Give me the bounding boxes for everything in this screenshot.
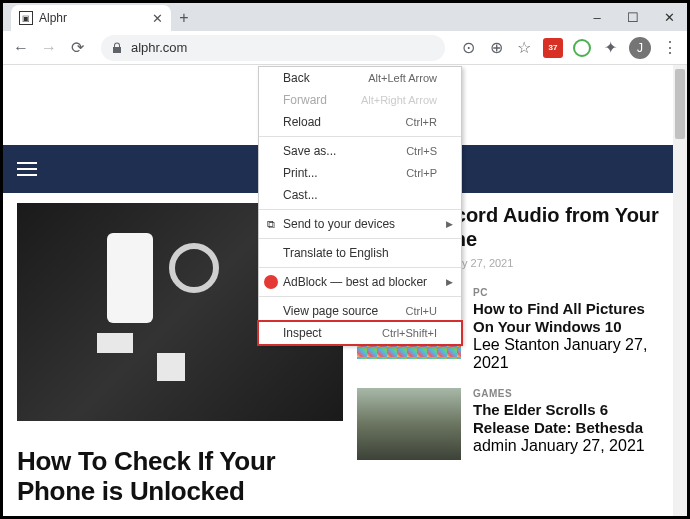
context-menu-item-label: AdBlock — best ad blocker — [283, 275, 427, 289]
context-menu-item[interactable]: InspectCtrl+Shift+I — [259, 322, 461, 344]
context-menu-item-label: Reload — [283, 115, 321, 129]
article-author: Lee Stanton — [473, 336, 559, 353]
browser-tab[interactable]: ▣ Alphr ✕ — [11, 5, 171, 31]
context-menu-item[interactable]: AdBlock — best ad blocker▶ — [259, 271, 461, 293]
extension-badge-icon[interactable]: 37 — [543, 38, 563, 58]
article-thumbnail — [357, 388, 461, 460]
article-item[interactable]: GAMES The Elder Scrolls 6 Release Date: … — [357, 388, 659, 460]
context-menu-item[interactable]: Translate to English — [259, 242, 461, 264]
target-icon[interactable]: ⊙ — [459, 39, 477, 57]
url-text: alphr.com — [131, 40, 187, 55]
context-menu-separator — [259, 209, 461, 210]
reload-button[interactable]: ⟳ — [67, 38, 87, 58]
adblock-extension-icon[interactable] — [573, 39, 591, 57]
article-author: admin — [473, 437, 517, 454]
scroll-thumb[interactable] — [675, 69, 685, 139]
lock-icon — [111, 42, 123, 54]
context-menu-item-label: Print... — [283, 166, 318, 180]
context-menu-separator — [259, 238, 461, 239]
window-titlebar: ▣ Alphr ✕ + – ☐ ✕ — [3, 3, 687, 31]
maximize-button[interactable]: ☐ — [615, 3, 651, 31]
context-menu-item-label: Inspect — [283, 326, 322, 340]
article-date: January 27, 2021 — [521, 437, 645, 454]
tab-close-icon[interactable]: ✕ — [152, 11, 163, 26]
context-menu-shortcut: Ctrl+S — [406, 145, 437, 157]
scrollbar[interactable] — [673, 65, 687, 516]
context-menu-item-label: Cast... — [283, 188, 318, 202]
new-tab-button[interactable]: + — [171, 5, 197, 31]
profile-avatar[interactable]: J — [629, 37, 651, 59]
minimize-button[interactable]: – — [579, 3, 615, 31]
context-menu-item-label: Send to your devices — [283, 217, 395, 231]
context-menu-shortcut: Ctrl+P — [406, 167, 437, 179]
context-menu-shortcut: Alt+Left Arrow — [368, 72, 437, 84]
context-menu-item-label: View page source — [283, 304, 378, 318]
article-category: PC — [473, 287, 659, 298]
context-menu-item[interactable]: Cast... — [259, 184, 461, 206]
hamburger-menu-icon[interactable] — [17, 162, 37, 176]
context-menu: BackAlt+Left ArrowForwardAlt+Right Arrow… — [258, 66, 462, 345]
context-menu-item-label: Save as... — [283, 144, 336, 158]
context-menu-item[interactable]: View page sourceCtrl+U — [259, 300, 461, 322]
forward-button: → — [39, 38, 59, 58]
adblock-icon — [264, 275, 278, 289]
context-menu-item[interactable]: ReloadCtrl+R — [259, 111, 461, 133]
context-menu-item[interactable]: BackAlt+Left Arrow — [259, 67, 461, 89]
zoom-icon[interactable]: ⊕ — [487, 39, 505, 57]
menu-icon[interactable]: ⋮ — [661, 39, 679, 57]
context-menu-separator — [259, 136, 461, 137]
back-button[interactable]: ← — [11, 38, 31, 58]
context-menu-item-label: Forward — [283, 93, 327, 107]
devices-icon: ⧉ — [264, 217, 278, 231]
context-menu-item-label: Translate to English — [283, 246, 389, 260]
article-title: The Elder Scrolls 6 Release Date: Bethes… — [473, 401, 659, 437]
hero-headline[interactable]: How To Check If Your Phone is Unlocked — [17, 447, 343, 507]
context-menu-item[interactable]: ⧉Send to your devices▶ — [259, 213, 461, 235]
tab-title: Alphr — [39, 11, 67, 25]
context-menu-item[interactable]: Save as...Ctrl+S — [259, 140, 461, 162]
article-category: GAMES — [473, 388, 659, 399]
favicon-icon: ▣ — [19, 11, 33, 25]
context-menu-item-label: Back — [283, 71, 310, 85]
context-menu-shortcut: Ctrl+U — [406, 305, 437, 317]
bookmark-star-icon[interactable]: ☆ — [515, 39, 533, 57]
context-menu-shortcut: Ctrl+R — [406, 116, 437, 128]
context-menu-item: ForwardAlt+Right Arrow — [259, 89, 461, 111]
extensions-icon[interactable]: ✦ — [601, 39, 619, 57]
browser-toolbar: ← → ⟳ alphr.com ⊙ ⊕ ☆ 37 ✦ J ⋮ — [3, 31, 687, 65]
close-window-button[interactable]: ✕ — [651, 3, 687, 31]
submenu-arrow-icon: ▶ — [446, 277, 453, 287]
address-bar[interactable]: alphr.com — [101, 35, 445, 61]
context-menu-separator — [259, 296, 461, 297]
context-menu-separator — [259, 267, 461, 268]
article-title: How to Find All Pictures On Your Windows… — [473, 300, 659, 336]
context-menu-shortcut: Alt+Right Arrow — [361, 94, 437, 106]
context-menu-shortcut: Ctrl+Shift+I — [382, 327, 437, 339]
context-menu-item[interactable]: Print...Ctrl+P — [259, 162, 461, 184]
submenu-arrow-icon: ▶ — [446, 219, 453, 229]
